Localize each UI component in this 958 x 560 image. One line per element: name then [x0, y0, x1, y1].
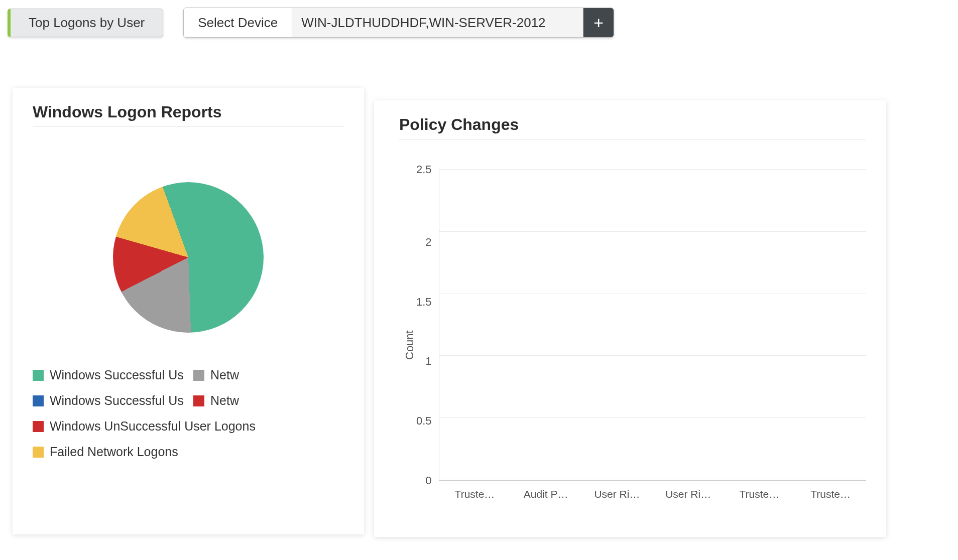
legend-swatch [193, 370, 204, 381]
legend-item[interactable]: Windows UnSuccessful User Logons [33, 419, 344, 434]
x-tick: Audit P… [510, 488, 581, 500]
top-toolbar: Top Logons by User Select Device WIN-JLD… [8, 8, 950, 38]
legend-swatch [33, 447, 44, 458]
select-device-label: Select Device [184, 8, 292, 37]
x-ticks: Truste…Audit P…User Ri…User Ri…Truste…Tr… [439, 488, 866, 500]
legend-item[interactable]: Windows Successful User Logons [33, 368, 183, 382]
x-tick: User Ri… [653, 488, 724, 500]
y-tick: 2.5 [416, 163, 432, 176]
legend-item[interactable]: Netw [193, 393, 344, 408]
pie-chart[interactable] [113, 182, 264, 333]
bar-plot-area: Truste…Audit P…User Ri…User Ri…Truste…Tr… [439, 170, 866, 481]
legend-label: Windows UnSuccessful User Logons [50, 419, 256, 434]
legend-item[interactable]: Failed Network Logons [33, 445, 344, 459]
legend-label: Windows Successful User Logons [50, 368, 183, 382]
y-axis-label: Count [399, 170, 416, 521]
windows-logon-panel: Windows Logon Reports Windows Successful… [13, 88, 364, 534]
panel-title: Policy Changes [399, 115, 866, 139]
x-tick: Truste… [439, 488, 511, 500]
y-tick: 0.5 [416, 414, 432, 428]
device-value-input[interactable]: WIN-JLDTHUDDHDF,WIN-SERVER-2012 [292, 8, 583, 37]
bar-chart[interactable]: Count 2.521.510.50 Truste…Audit P…User R… [399, 170, 866, 521]
pie-legend: Windows Successful User LogonsNetwWindow… [33, 368, 344, 459]
legend-swatch [33, 421, 44, 432]
device-selector: Select Device WIN-JLDTHUDDHDF,WIN-SERVER… [183, 8, 614, 38]
legend-swatch [33, 395, 44, 406]
y-tick: 1 [425, 355, 431, 368]
y-tick: 2 [425, 236, 431, 249]
legend-label: Windows Successful User Logoffs [50, 393, 183, 408]
y-tick: 0 [425, 474, 431, 487]
add-device-button[interactable]: + [583, 8, 614, 37]
legend-item[interactable]: Windows Successful User Logoffs [33, 393, 183, 408]
x-tick: Truste… [724, 488, 795, 500]
y-ticks: 2.521.510.50 [416, 170, 439, 481]
legend-swatch [33, 370, 44, 381]
y-tick: 1.5 [416, 296, 432, 309]
legend-swatch [193, 395, 204, 406]
x-tick: User Ri… [581, 488, 653, 500]
panel-title: Windows Logon Reports [33, 103, 344, 127]
x-tick: Truste… [795, 488, 866, 500]
plus-icon: + [593, 13, 604, 33]
legend-item[interactable]: Netw [193, 368, 344, 382]
policy-changes-panel: Policy Changes Count 2.521.510.50 Truste… [374, 100, 886, 537]
legend-label: Failed Network Logons [50, 445, 178, 459]
legend-label: Netw [210, 368, 239, 382]
top-logons-button[interactable]: Top Logons by User [8, 9, 163, 37]
legend-label: Netw [210, 393, 239, 408]
